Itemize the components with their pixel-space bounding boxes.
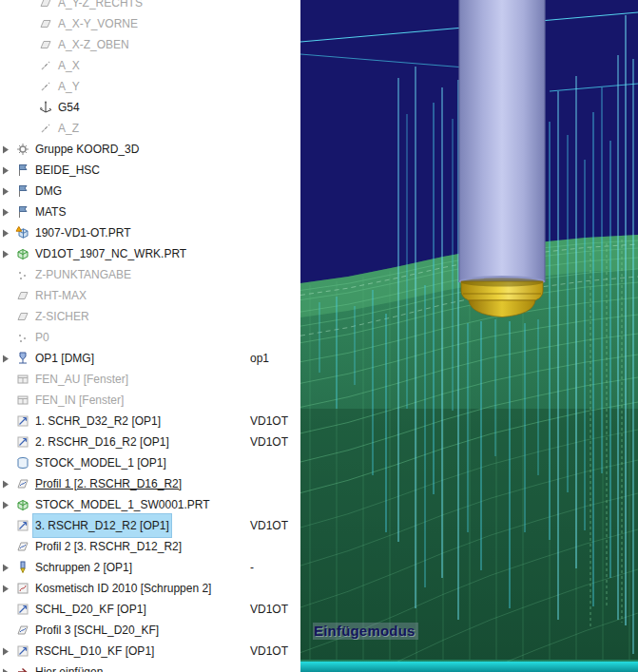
tree-item-label[interactable]: A_Y bbox=[56, 75, 82, 98]
expand-arrow-icon[interactable] bbox=[2, 166, 14, 175]
tree-row[interactable]: A_Z bbox=[0, 118, 300, 139]
tree-item-label[interactable]: Kosmetisch ID 2010 [Schruppen 2] bbox=[33, 577, 213, 600]
tree-row[interactable]: G54 bbox=[0, 97, 300, 118]
tree-item-label[interactable]: Profil 2 [3. RSCHR_D12_R2] bbox=[33, 535, 184, 558]
tree-item-label[interactable]: Z-SICHER bbox=[33, 305, 91, 328]
expand-arrow-icon[interactable] bbox=[2, 229, 14, 238]
tree-item-label[interactable]: A_Z bbox=[56, 117, 81, 140]
tree-item-value: VD1OT bbox=[250, 411, 288, 432]
tree-row[interactable]: 2. RSCHR_D16_R2 [OP1]VD1OT bbox=[0, 432, 300, 452]
tree-item-label[interactable]: STOCK_MODEL_1_SW0001.PRT bbox=[33, 493, 212, 516]
tree-row[interactable]: MATS bbox=[0, 202, 300, 222]
tree-row[interactable]: Profil 3 [SCHL_D20_KF] bbox=[0, 620, 300, 641]
tree-item-label[interactable]: 1907-VD1-OT.PRT bbox=[33, 221, 132, 244]
tree-item-label[interactable]: P0 bbox=[33, 326, 51, 349]
tree-row[interactable]: A_X-Z_OBEN bbox=[0, 34, 300, 55]
tree-row[interactable]: RHT-MAX bbox=[0, 285, 300, 306]
tree-row[interactable]: DMG bbox=[0, 181, 300, 202]
expand-arrow-icon[interactable] bbox=[2, 501, 14, 509]
flag-icon bbox=[14, 204, 31, 220]
datum-plane-icon bbox=[37, 16, 54, 31]
tree-row[interactable]: SCHL_D20_KF [OP1]VD1OT bbox=[0, 599, 300, 620]
tree-row[interactable]: A_X-Y_VORNE bbox=[0, 13, 300, 34]
3d-scene bbox=[300, 0, 638, 672]
tree-item-label[interactable]: Schruppen 2 [OP1] bbox=[33, 556, 134, 579]
3d-viewport[interactable]: Einfügemodus bbox=[300, 0, 638, 672]
tree-row[interactable]: Z-PUNKTANGABE bbox=[0, 264, 300, 285]
tree-row[interactable]: STOCK_MODEL_1 [OP1] bbox=[0, 452, 300, 473]
tree-row[interactable]: A_Y-Z_RECHTS bbox=[0, 0, 300, 13]
tree-item-label[interactable]: G54 bbox=[56, 96, 82, 119]
tree-item-label[interactable]: BEIDE_HSC bbox=[33, 159, 102, 182]
tree-row[interactable]: Hier einfügen bbox=[0, 662, 300, 672]
tree-row[interactable]: STOCK_MODEL_1_SW0001.PRT bbox=[0, 494, 300, 515]
tree-row[interactable]: Gruppe KOORD_3D bbox=[0, 139, 300, 160]
expand-arrow-icon[interactable] bbox=[2, 564, 14, 572]
ncseq-icon bbox=[14, 434, 31, 450]
workpiece-icon bbox=[14, 497, 31, 512]
tree-row[interactable]: A_Y bbox=[0, 76, 300, 97]
tree-row[interactable]: Schruppen 2 [OP1]- bbox=[0, 557, 300, 578]
part-warning-icon bbox=[14, 225, 31, 240]
tree-item-label[interactable]: FEN_AU [Fenster] bbox=[33, 368, 130, 391]
tree-item-label[interactable]: OP1 [DMG] bbox=[33, 347, 96, 370]
tree-item-label[interactable]: Hier einfügen bbox=[33, 661, 105, 672]
tree-item-label[interactable]: 2. RSCHR_D16_R2 [OP1] bbox=[33, 431, 171, 453]
expand-arrow-icon[interactable] bbox=[2, 208, 14, 217]
tree-row[interactable]: P0 bbox=[0, 327, 300, 348]
tree-item-label[interactable]: RSCHL_D10_KF [OP1] bbox=[33, 640, 156, 662]
expand-arrow-icon[interactable] bbox=[2, 480, 14, 489]
tree-item-label[interactable]: 1. SCHR_D32_R2 [OP1] bbox=[33, 410, 163, 432]
flag-icon bbox=[14, 163, 31, 178]
tree-row[interactable]: Profil 1 [2. RSCHR_D16_R2] bbox=[0, 473, 300, 494]
tree-item-label[interactable]: 3. RSCHR_D12_R2 [OP1] bbox=[33, 514, 171, 537]
tree-item-label[interactable]: Gruppe KOORD_3D bbox=[33, 138, 141, 161]
tree-item-value: op1 bbox=[250, 348, 269, 369]
expand-arrow-icon[interactable] bbox=[2, 250, 14, 259]
tree-row[interactable]: FEN_AU [Fenster] bbox=[0, 369, 300, 390]
tree-row[interactable]: Profil 2 [3. RSCHR_D12_R2] bbox=[0, 536, 300, 557]
group-icon bbox=[14, 142, 31, 157]
tree-row[interactable]: 1907-VD1-OT.PRT bbox=[0, 222, 300, 243]
tree-row[interactable]: Z-SICHER bbox=[0, 306, 300, 327]
tree-item-label[interactable]: A_X-Z_OBEN bbox=[56, 33, 131, 56]
datum-axis-icon bbox=[37, 58, 54, 73]
mill-icon bbox=[14, 560, 31, 575]
tree-row[interactable]: 3. RSCHR_D12_R2 [OP1]VD1OT bbox=[0, 515, 300, 536]
tree-item-label[interactable]: Profil 3 [SCHL_D20_KF] bbox=[33, 619, 161, 642]
tree-row[interactable]: 1. SCHR_D32_R2 [OP1]VD1OT bbox=[0, 411, 300, 432]
tree-item-label[interactable]: FEN_IN [Fenster] bbox=[33, 389, 126, 412]
tree-item-label[interactable]: RHT-MAX bbox=[33, 284, 88, 307]
profile-icon bbox=[14, 539, 31, 554]
tree-item-label[interactable]: A_X bbox=[56, 54, 82, 77]
expand-arrow-icon[interactable] bbox=[2, 585, 14, 593]
model-tree: A_Y-Z_RECHTSA_X-Y_VORNEA_X-Z_OBENA_XA_YG… bbox=[0, 0, 300, 672]
expand-arrow-icon[interactable] bbox=[2, 647, 14, 656]
window-icon bbox=[14, 372, 31, 387]
tree-row[interactable]: FEN_IN [Fenster] bbox=[0, 390, 300, 411]
expand-arrow-icon[interactable] bbox=[2, 187, 14, 196]
ncseq-icon bbox=[14, 643, 31, 659]
expand-arrow-icon[interactable] bbox=[2, 145, 14, 154]
tree-item-label[interactable]: A_X-Y_VORNE bbox=[56, 12, 140, 35]
tree-row[interactable]: VD1OT_1907_NC_WRK.PRT bbox=[0, 243, 300, 264]
tree-item-label[interactable]: VD1OT_1907_NC_WRK.PRT bbox=[33, 242, 188, 265]
tree-item-label[interactable]: Profil 1 [2. RSCHR_D16_R2] bbox=[33, 472, 184, 495]
tree-row[interactable]: OP1 [DMG]op1 bbox=[0, 348, 300, 369]
milling-tool bbox=[459, 0, 545, 317]
expand-arrow-icon[interactable] bbox=[2, 355, 14, 363]
expand-arrow-icon[interactable] bbox=[2, 668, 14, 672]
flag-icon bbox=[14, 183, 31, 199]
tree-row[interactable]: Kosmetisch ID 2010 [Schruppen 2] bbox=[0, 578, 300, 599]
cosmetic-icon bbox=[14, 581, 31, 596]
model-tree-panel: A_Y-Z_RECHTSA_X-Y_VORNEA_X-Z_OBENA_XA_YG… bbox=[0, 0, 300, 672]
tree-item-label[interactable]: STOCK_MODEL_1 [OP1] bbox=[33, 451, 168, 474]
tree-row[interactable]: BEIDE_HSC bbox=[0, 160, 300, 181]
tree-item-label[interactable]: SCHL_D20_KF [OP1] bbox=[33, 598, 148, 621]
tree-row[interactable]: A_X bbox=[0, 55, 300, 76]
tree-row[interactable]: RSCHL_D10_KF [OP1]VD1OT bbox=[0, 641, 300, 662]
tree-item-value: - bbox=[250, 557, 254, 578]
tree-item-label[interactable]: DMG bbox=[33, 180, 64, 202]
tree-item-label[interactable]: MATS bbox=[33, 201, 68, 223]
tree-item-label[interactable]: Z-PUNKTANGABE bbox=[33, 263, 133, 286]
